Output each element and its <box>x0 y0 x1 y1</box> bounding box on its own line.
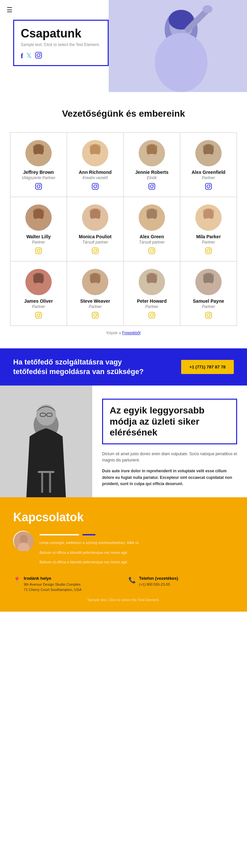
facebook-icon[interactable]: f <box>21 52 23 60</box>
svg-point-71 <box>40 313 40 314</box>
svg-point-29 <box>153 184 154 185</box>
team-avatar <box>195 205 222 231</box>
instagram-team-icon[interactable] <box>35 247 42 256</box>
svg-point-63 <box>207 249 210 252</box>
cta-banner: Ha tetőfedő szolgáltatásra vagy tetőfedé… <box>0 348 247 385</box>
instagram-team-icon[interactable] <box>148 247 156 256</box>
team-role: Partner <box>202 304 215 309</box>
team-grid: Jeffrey Brown Világszerte Partner Ann Ri… <box>10 132 237 326</box>
svg-point-85 <box>153 313 154 314</box>
team-card: Monica Pouliot Társult partner <box>67 197 124 261</box>
team-avatar <box>25 269 52 295</box>
instagram-team-icon[interactable] <box>205 247 212 256</box>
business-image <box>0 385 92 497</box>
svg-point-43 <box>40 249 40 249</box>
svg-point-42 <box>37 249 40 252</box>
team-avatar <box>139 205 165 231</box>
instagram-team-icon[interactable] <box>91 183 99 192</box>
business-content: Az egyik leggyorsabb módja az üzleti sik… <box>92 385 247 497</box>
svg-point-95 <box>36 405 56 426</box>
team-role: Partner <box>145 304 158 309</box>
social-icons: f 𝕏 <box>21 52 100 60</box>
footer-note: Sample text. Click to select the Text El… <box>13 598 234 602</box>
freepik-note: Képek a Freepikből <box>10 331 237 335</box>
team-card: Alex Green Társult partner <box>124 197 180 261</box>
svg-point-7 <box>37 54 40 57</box>
contact-section: Kapcsolatok Leírja szöveget, kattintson … <box>0 497 247 612</box>
team-role: Partner <box>202 240 215 245</box>
instagram-team-icon[interactable] <box>35 312 42 321</box>
svg-rect-48 <box>92 248 98 254</box>
svg-point-49 <box>93 249 97 252</box>
cta-button[interactable]: +1 (771) 787 87 78 <box>181 360 234 374</box>
location-icon: 📍 <box>13 577 21 584</box>
svg-point-36 <box>210 184 211 185</box>
instagram-team-icon[interactable] <box>205 183 212 192</box>
team-avatar <box>82 269 108 295</box>
team-name: Alex Greenfield <box>192 169 226 175</box>
team-avatar <box>25 140 52 166</box>
instagram-team-icon[interactable] <box>91 247 99 256</box>
contact-info-line3: Balsum ut officia a blandiit pellentesqu… <box>39 559 234 565</box>
team-role: Partner <box>32 240 45 245</box>
business-desc1: Dictum sit amet justo donec enim diam vu… <box>102 451 237 463</box>
team-name: Alex Green <box>140 234 164 239</box>
svg-point-54 <box>146 208 158 215</box>
svg-point-82 <box>146 273 158 279</box>
team-name: Steve Weaver <box>80 299 110 304</box>
team-role: Világszerte Partner <box>22 176 55 180</box>
team-name: Samuel Payne <box>193 299 224 304</box>
svg-point-15 <box>40 184 40 185</box>
contact-title: Kapcsolatok <box>13 510 234 524</box>
team-card: Samuel Payne Partner <box>180 261 237 326</box>
team-card: Peter Howard Partner <box>124 261 180 326</box>
team-card: Mila Parker Partner <box>180 197 237 261</box>
team-avatar <box>82 205 108 231</box>
phone-value: (+1) 800 555-23-55 <box>139 582 178 587</box>
svg-point-75 <box>89 273 101 279</box>
team-card: Jennie Roberts Elnök <box>124 132 180 197</box>
instagram-team-icon[interactable] <box>35 183 42 192</box>
svg-point-57 <box>153 249 154 249</box>
svg-point-92 <box>210 313 211 314</box>
hero-image <box>109 0 247 92</box>
twitter-icon[interactable]: 𝕏 <box>26 52 32 60</box>
svg-point-22 <box>97 184 97 185</box>
team-avatar <box>195 269 222 295</box>
hamburger-menu[interactable]: ☰ <box>7 6 12 14</box>
svg-point-5 <box>202 5 213 13</box>
team-card: Ann Richmond Kreatív vezető <box>67 132 124 197</box>
phone-icon: 📞 <box>129 577 136 584</box>
instagram-team-icon[interactable] <box>148 183 156 192</box>
svg-point-77 <box>93 314 97 316</box>
svg-rect-100 <box>41 473 43 493</box>
office-label: Irodánk helye <box>24 576 81 581</box>
team-name: Walter Lilly <box>26 234 51 239</box>
hero-subtitle: Sample text. Click to select the Text El… <box>21 42 100 47</box>
instagram-team-icon[interactable] <box>91 312 99 321</box>
business-desc2: Duis aute irure dolor in reprehenderit i… <box>102 468 237 487</box>
team-role: Partner <box>89 304 102 309</box>
divider-blue <box>82 534 95 535</box>
team-card: Alex Greenfield Partner <box>180 132 237 197</box>
instagram-icon[interactable] <box>35 52 42 60</box>
svg-rect-6 <box>35 52 42 58</box>
svg-rect-41 <box>35 248 42 254</box>
divider-white <box>39 534 79 535</box>
contact-text-lines: Leírja szöveget, kattintson a szöveg sze… <box>39 540 234 565</box>
freepik-link[interactable]: Freepikből <box>122 331 141 335</box>
phone-label: Telefon (vezetékes) <box>139 576 178 581</box>
svg-point-103 <box>20 535 28 544</box>
contact-dividers <box>39 534 234 535</box>
instagram-team-icon[interactable] <box>148 312 156 321</box>
team-role: Társult partner <box>139 240 165 245</box>
contact-phone: 📞 Telefon (vezetékes) (+1) 800 555-23-55 <box>129 576 234 593</box>
svg-point-19 <box>89 144 101 151</box>
svg-point-40 <box>33 208 44 215</box>
team-card: Walter Lilly Partner <box>10 197 67 261</box>
team-role: Partner <box>202 176 215 180</box>
svg-point-47 <box>89 208 101 215</box>
business-title: Az egyik leggyorsabb módja az üzleti sik… <box>110 405 229 438</box>
team-name: Jennie Roberts <box>135 169 168 175</box>
instagram-team-icon[interactable] <box>205 312 212 321</box>
